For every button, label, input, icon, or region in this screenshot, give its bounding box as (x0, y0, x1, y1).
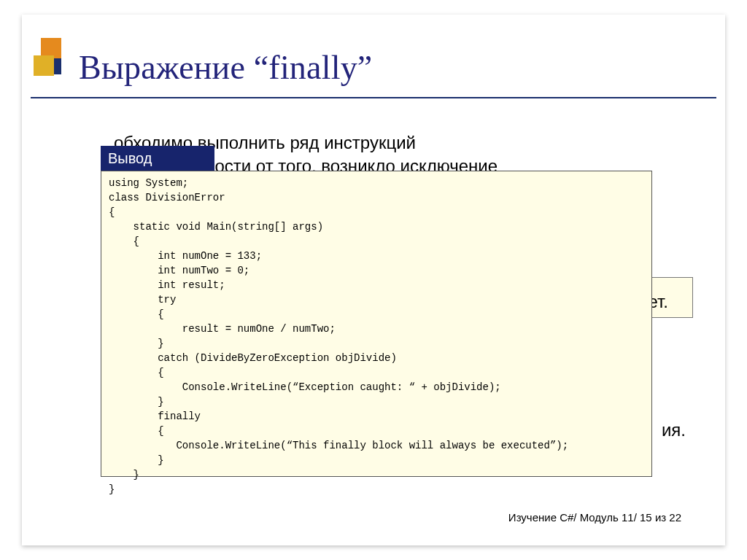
bg-fragment-right-2: ия. (662, 420, 686, 440)
slide-title: Выражение “finally” (79, 48, 372, 87)
code-block: using System; class DivisionError { stat… (101, 171, 652, 477)
slide-container: Выражение “finally” обходимо выполнить р… (22, 15, 725, 545)
logo-square-gold (34, 55, 54, 76)
title-underline (31, 97, 716, 98)
output-label: Вывод (101, 146, 214, 171)
logo-icon (31, 38, 57, 86)
footer-pagination: Изучение C#/ Модуль 11/ 15 из 22 (508, 511, 681, 524)
